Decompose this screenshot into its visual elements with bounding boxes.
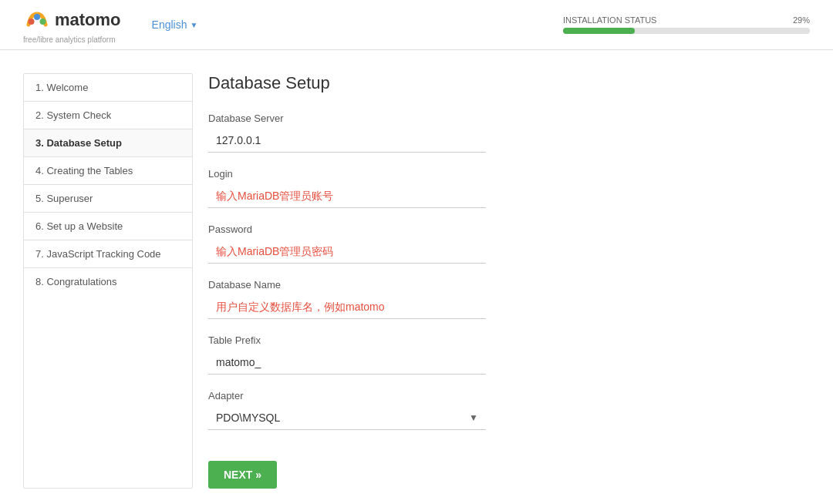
header: matomo free/libre analytics platform Eng…: [0, 0, 833, 50]
installation-status-area: INSTALLATION STATUS 29%: [563, 15, 810, 34]
install-status-labels: INSTALLATION STATUS 29%: [563, 15, 810, 25]
login-label: Login: [208, 168, 717, 180]
language-selector[interactable]: English ▼: [152, 18, 198, 31]
adapter-select[interactable]: PDO\MYSQL MYSQLI: [208, 406, 486, 429]
install-status-text: INSTALLATION STATUS: [563, 15, 656, 25]
progress-bar-fill: [563, 28, 635, 34]
sidebar-item-database-setup[interactable]: 3. Database Setup: [24, 129, 192, 157]
logo-area: matomo free/libre analytics platform: [23, 6, 121, 44]
progress-bar-background: [563, 28, 810, 34]
logo-icon: matomo: [23, 6, 121, 34]
chevron-down-icon: ▼: [190, 21, 197, 29]
page-title: Database Setup: [208, 73, 717, 93]
password-field-group: Password: [208, 223, 717, 264]
content-area: Database Setup Database Server Login Pas…: [208, 73, 717, 489]
db-name-label: Database Name: [208, 279, 717, 291]
next-button[interactable]: NEXT »: [208, 461, 277, 489]
table-prefix-input[interactable]: [208, 351, 486, 375]
login-field-group: Login: [208, 168, 717, 208]
sidebar-item-creating-tables[interactable]: 4. Creating the Tables: [24, 157, 192, 185]
db-name-input[interactable]: [208, 295, 486, 319]
adapter-field-group: Adapter PDO\MYSQL MYSQLI ▼: [208, 390, 717, 430]
sidebar-item-js-tracking[interactable]: 7. JavaScript Tracking Code: [24, 240, 192, 268]
db-server-input[interactable]: [208, 129, 486, 153]
password-input[interactable]: [208, 240, 486, 264]
sidebar-item-congratulations[interactable]: 8. Congratulations: [24, 268, 192, 295]
login-input[interactable]: [208, 184, 486, 208]
table-prefix-field-group: Table Prefix: [208, 334, 717, 375]
matomo-logo-icon: [23, 6, 51, 34]
adapter-label: Adapter: [208, 390, 717, 402]
sidebar-item-welcome[interactable]: 1. Welcome: [24, 74, 192, 102]
language-label: English: [152, 18, 187, 31]
sidebar-item-set-up-website[interactable]: 6. Set up a Website: [24, 213, 192, 240]
logo-text: matomo: [55, 10, 121, 30]
adapter-select-wrapper: PDO\MYSQL MYSQLI ▼: [208, 406, 486, 430]
db-name-field-group: Database Name: [208, 279, 717, 319]
db-server-label: Database Server: [208, 113, 717, 124]
table-prefix-label: Table Prefix: [208, 334, 717, 346]
password-label: Password: [208, 223, 717, 235]
svg-point-1: [29, 18, 35, 25]
sidebar-item-superuser[interactable]: 5. Superuser: [24, 185, 192, 213]
sidebar: 1. Welcome 2. System Check 3. Database S…: [23, 73, 193, 489]
db-server-field-group: Database Server: [208, 113, 717, 153]
main-content: 1. Welcome 2. System Check 3. Database S…: [0, 50, 833, 504]
svg-point-3: [40, 18, 46, 25]
sidebar-item-system-check[interactable]: 2. System Check: [24, 102, 192, 129]
logo-subtitle: free/libre analytics platform: [23, 35, 121, 44]
svg-point-2: [34, 14, 40, 20]
install-percent: 29%: [793, 15, 810, 25]
